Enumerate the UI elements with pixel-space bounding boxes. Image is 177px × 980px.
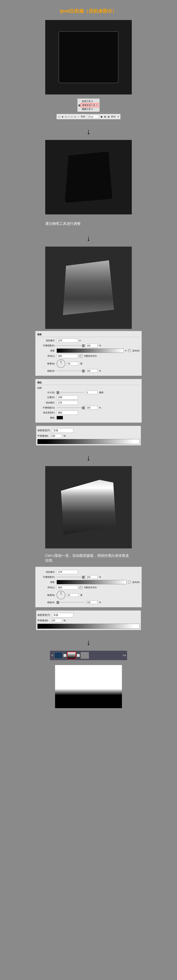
visibility-icon[interactable]: 👁 — [51, 654, 53, 657]
step2-caption: 通过钢笔工具进行调整 — [45, 221, 132, 226]
mode-icon[interactable]: ◈ — [62, 115, 63, 118]
grad-type-select[interactable]: 实底 — [52, 613, 73, 617]
shape-icon[interactable]: ○ — [78, 115, 79, 118]
gradient-picker[interactable] — [56, 348, 124, 353]
fill-type-select[interactable]: 颜色 — [56, 410, 78, 415]
reverse-label: 反向(R) — [132, 349, 140, 352]
style-select[interactable]: 线性 — [56, 585, 78, 590]
align-label: 与图层对齐(I) — [84, 586, 97, 589]
dropdown-icon[interactable]: ▾ — [79, 339, 80, 342]
link-icon[interactable] — [63, 654, 66, 657]
opacity-slider[interactable] — [56, 345, 84, 346]
align-label: 与图层对齐(I) — [84, 355, 97, 358]
smooth-input[interactable]: 100 — [50, 619, 62, 622]
mask-gradient-demo — [55, 665, 122, 708]
smooth-input[interactable]: 100 — [50, 434, 62, 438]
angle-input[interactable]: 95 — [67, 362, 79, 365]
position-select[interactable]: 内部 — [56, 395, 78, 399]
blend-select[interactable]: 正常 — [56, 401, 78, 405]
color-label: 颜色: — [37, 416, 55, 419]
grad-type-select[interactable]: 实底 — [52, 428, 73, 433]
shape-icon[interactable]: ▢ — [71, 115, 72, 118]
blend-mode-select[interactable]: 正常 — [56, 339, 78, 343]
scale-label: 缩放(S): — [37, 369, 55, 372]
gradient-editor: 渐变类型(T): 实底 平滑度(M): 100 % — [36, 426, 141, 445]
smooth-label: 平滑度(M): — [37, 434, 48, 438]
pct-label: % — [64, 619, 66, 622]
angle-dial[interactable] — [56, 591, 65, 599]
step2-canvas — [45, 140, 132, 215]
rect-tool[interactable]: 矩形工具 U — [81, 99, 99, 103]
pct-label: % — [99, 370, 101, 372]
opacity-input[interactable]: 100 — [86, 406, 98, 409]
grad-type-label: 渐变类型(T): — [37, 614, 50, 617]
rounded-rect-tool[interactable]: 圆角矩形工具 U — [81, 103, 99, 107]
panel-title: 渐变 — [37, 333, 140, 337]
angle-label: 角度(N): — [37, 594, 55, 597]
gradient-strip[interactable] — [37, 624, 140, 629]
arrow-down-icon: ↓ — [87, 453, 90, 462]
style-swatch[interactable]: ▾ — [117, 115, 119, 118]
style-label: 样式(L): — [37, 355, 55, 358]
panel-title: 描边 — [37, 381, 140, 385]
scale-slider[interactable] — [56, 602, 84, 603]
size-slider[interactable] — [56, 392, 84, 393]
dropdown-icon[interactable]: ▾ — [125, 350, 127, 352]
align-checkbox[interactable] — [79, 586, 82, 589]
opacity-input[interactable]: 100 — [86, 344, 98, 347]
stroke-panel: 描边 结构 大小(S): 3 像素 位置(P): 内部 混合模式: 正常 不透明… — [35, 379, 142, 423]
gradient-editor-2: 渐变类型(T): 实底 平滑度(M): 100 % — [36, 610, 141, 630]
scale-slider[interactable] — [56, 371, 84, 371]
style-select[interactable]: 线性 — [56, 354, 78, 358]
op-icon[interactable]: ▤ — [104, 115, 106, 118]
gradient-overlay-panel-2: 混合模式: 正常 不透明度(P): 100 % 渐变: 反向(R) 样式(L):… — [35, 566, 142, 608]
opacity-slider[interactable] — [56, 407, 84, 408]
gradient-overlay-panel: 渐变 混合模式: 正常 ▾ 不透明度(P): 100 % 渐变: ▾ 反向(R)… — [35, 331, 142, 376]
fill-type-label: 填充类型(F): — [37, 411, 55, 414]
blend-label: 混合模式: — [37, 401, 55, 404]
ellipse-tool[interactable]: 椭圆工具 U — [81, 107, 99, 111]
rounded-rect-shape — [59, 31, 118, 83]
layer-mask-thumb[interactable] — [67, 652, 76, 659]
pct-label: % — [64, 434, 66, 437]
layer-thumb[interactable] — [54, 652, 63, 659]
reverse-checkbox[interactable] — [128, 581, 131, 584]
structure-label: 结构 — [37, 387, 140, 390]
style-label: 样式: — [111, 115, 116, 118]
scale-input[interactable]: 100 — [86, 369, 98, 372]
options-bar: ▢ ◈ ▭ | ▢ ▭ ○ 半径: 10 px ▣ ▤ ▥ 样式: ▾ — [56, 114, 121, 119]
vector-mask-thumb[interactable] — [80, 652, 89, 659]
angle-input[interactable]: 82 — [67, 593, 79, 597]
size-input[interactable]: 3 — [86, 391, 98, 394]
shape-icon[interactable]: ▭ — [74, 115, 76, 118]
op-icon[interactable]: ▥ — [108, 115, 109, 118]
scale-input[interactable]: 100 — [86, 601, 98, 604]
gradient-strip[interactable] — [37, 439, 140, 444]
tool-icon: ▦ — [78, 104, 80, 107]
reverse-checkbox[interactable] — [128, 349, 131, 352]
color-swatch[interactable] — [56, 416, 63, 420]
angle-dial[interactable] — [56, 359, 65, 368]
opacity-input[interactable]: 100 — [86, 575, 98, 579]
shape-tool-flyout: ▦ 矩形工具 U 圆角矩形工具 U 椭圆工具 U — [77, 99, 100, 112]
align-checkbox[interactable] — [79, 355, 82, 358]
opacity-label: 不透明度(P): — [37, 576, 55, 579]
step4-caption: Ctrl+J复制一层，添加图层蒙版，用线性黑白渐变垂直拉线 — [45, 553, 132, 563]
mode-icon[interactable]: ▭ — [65, 115, 67, 118]
step1-canvas — [45, 20, 132, 94]
tutorial-title: Ipod主机箱（后机体部分） — [60, 8, 117, 14]
opacity-slider[interactable] — [56, 577, 84, 578]
radius-input[interactable]: 10 px — [87, 115, 99, 118]
adjusted-pen-shape — [65, 151, 112, 203]
mode-icon[interactable]: ▢ — [58, 115, 60, 118]
blend-select[interactable]: 正常 — [56, 570, 78, 574]
gradient-picker[interactable] — [56, 580, 127, 584]
gradient-label: 渐变: — [37, 349, 55, 352]
op-icon[interactable]: ▣ — [100, 115, 103, 118]
size-label: 大小(S): — [37, 391, 55, 394]
fx-icon[interactable]: fx▾ — [123, 654, 126, 657]
link-icon[interactable] — [77, 654, 80, 657]
size-unit: 像素 — [99, 391, 103, 394]
style-label: 样式(L): — [37, 586, 55, 589]
arrow-down-icon: ↓ — [87, 127, 90, 136]
